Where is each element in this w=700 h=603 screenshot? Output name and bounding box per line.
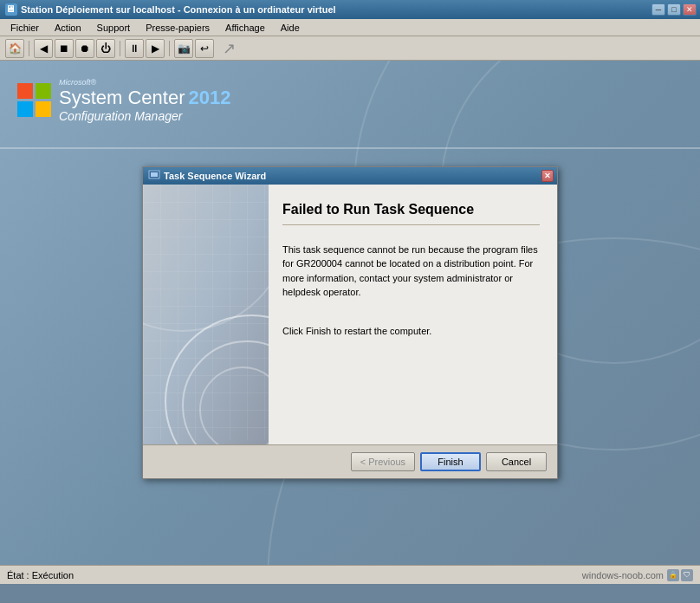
dialog-sidebar [143,185,269,444]
toolbar-btn-play[interactable]: ▶ [146,39,165,58]
toolbar-btn-undo[interactable]: ↩ [195,39,214,58]
toolbar-btn-capture[interactable]: 📷 [174,39,193,58]
menu-fichier[interactable]: Fichier [3,21,46,35]
toolbar-btn-power[interactable]: ⏻ [96,39,115,58]
app-icon: 🖥 [5,3,17,16]
status-value: Exécution [32,570,74,580]
close-button[interactable]: ✕ [683,3,697,16]
menu-bar: Fichier Action Support Presse-papiers Af… [0,19,700,36]
toolbar-btn-stop[interactable]: ⏹ [55,39,74,58]
svg-rect-6 [149,179,159,181]
toolbar-separator-1 [29,41,29,56]
status-icons: 🔒 🛡 [667,569,693,581]
main-content: Microsoft® System Center 2012 Configurat… [0,61,700,584]
toolbar-btn-pause[interactable]: ⏸ [125,39,144,58]
status-right: windows-noob.com 🔒 🛡 [582,569,693,581]
dialog-body: Failed to Run Task Sequence This task se… [143,185,557,444]
dialog-title-icon [148,170,160,182]
finish-button[interactable]: Finish [420,452,481,471]
svg-rect-7 [143,185,269,440]
task-sequence-wizard-dialog: Task Sequence Wizard ✕ [142,166,558,479]
dialog-overlay: Task Sequence Wizard ✕ [0,61,700,584]
sidebar-grid-art [143,185,269,440]
menu-aide[interactable]: Aide [274,21,307,35]
title-bar-left: 🖥 Station Déploiement sur localhost - Co… [5,3,336,16]
dialog-error-title: Failed to Run Task Sequence [282,202,540,225]
menu-support[interactable]: Support [90,21,138,35]
svg-rect-5 [151,172,158,177]
menu-action[interactable]: Action [48,21,88,35]
title-bar: 🖥 Station Déploiement sur localhost - Co… [0,0,700,19]
menu-presse-papiers[interactable]: Presse-papiers [139,21,217,35]
dialog-error-body: This task sequence cannot be run because… [282,243,540,300]
dialog-finish-text: Click Finish to restart the computer. [282,326,540,336]
cursor-indicator: ↗ [223,39,236,58]
toolbar-btn-back[interactable]: ◀ [34,39,53,58]
dialog-footer: < Previous Finish Cancel [143,444,557,478]
status-icon-shield: 🛡 [681,569,693,581]
toolbar-btn-record[interactable]: ⏺ [75,39,94,58]
cancel-button[interactable]: Cancel [486,452,547,471]
dialog-title-left: Task Sequence Wizard [148,170,266,182]
status-watermark: windows-noob.com [582,570,664,580]
dialog-title-bar: Task Sequence Wizard ✕ [143,167,557,185]
toolbar-btn-home[interactable]: 🏠 [5,39,24,58]
window-controls[interactable]: ─ □ ✕ [651,3,697,16]
previous-button[interactable]: < Previous [351,452,415,471]
maximize-button[interactable]: □ [667,3,681,16]
minimize-button[interactable]: ─ [651,3,665,16]
dialog-title-label: Task Sequence Wizard [164,171,266,181]
toolbar: 🏠 ◀ ⏹ ⏺ ⏻ ⏸ ▶ 📷 ↩ ↗ [0,36,700,61]
toolbar-separator-3 [169,41,170,56]
status-label: État : [7,570,29,580]
menu-affichage[interactable]: Affichage [218,21,272,35]
dialog-main-content: Failed to Run Task Sequence This task se… [269,185,557,444]
dialog-close-button[interactable]: ✕ [541,170,554,182]
toolbar-separator-2 [120,41,120,56]
status-icon-lock: 🔒 [667,569,679,581]
status-left: État : Exécution [7,570,74,580]
window-title: Station Déploiement sur localhost - Conn… [21,4,336,15]
status-bar: État : Exécution windows-noob.com 🔒 🛡 [0,565,700,584]
